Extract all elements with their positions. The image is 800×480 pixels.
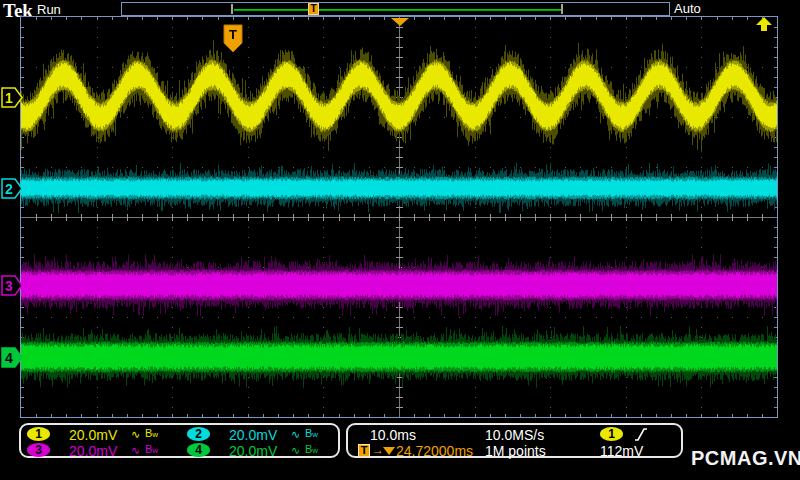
channel1-scale: 20.0mV	[69, 427, 117, 443]
watermark: PCMAG.VN	[691, 447, 800, 470]
channel1-position-marker[interactable]: 1	[1, 87, 23, 108]
trigger-level-offscreen-arrow-icon[interactable]	[755, 17, 773, 32]
bandwidth-limit-icon: Bw	[305, 427, 318, 439]
trigger-source-badge[interactable]: 1	[600, 427, 623, 441]
timebase-readout[interactable]: 10.0ms	[370, 427, 416, 443]
bandwidth-limit-icon: Bw	[145, 427, 158, 439]
channel2-badge[interactable]: 2	[187, 427, 210, 441]
record-length-readout: 1M points	[485, 443, 546, 459]
channel3-scale: 20.0mV	[69, 443, 117, 459]
channel-readout-box: 1 20.0mV ∿ Bw 2 20.0mV ∿ Bw 3 20.0mV ∿ B…	[19, 423, 340, 458]
trigger-mode-label: Auto	[674, 1, 701, 16]
waveform-canvas	[21, 17, 777, 417]
channel2-scale: 20.0mV	[229, 427, 277, 443]
trigger-delay-readout[interactable]: 24.72000ms	[396, 443, 473, 459]
channel2-readout[interactable]: 2 20.0mV ∿ Bw	[187, 427, 210, 443]
trigger-position-flag-icon[interactable]: T	[223, 24, 243, 53]
trigger-level-readout[interactable]: 112mV	[600, 443, 643, 459]
horizontal-trigger-readout-box: 10.0ms 10.0MS/s 1 T → 24.72000ms 1M poin…	[346, 423, 683, 458]
svg-text:4: 4	[5, 350, 13, 366]
svg-text:2: 2	[5, 181, 13, 197]
expansion-point-icon[interactable]	[391, 18, 409, 26]
channel2-position-marker[interactable]: 2	[1, 178, 23, 199]
trigger-delay-icon: T	[358, 444, 370, 457]
channel1-readout[interactable]: 1 20.0mV ∿ Bw	[27, 427, 50, 443]
waveform-display[interactable]: 1234 T	[20, 16, 778, 418]
acquisition-status: Run	[37, 2, 61, 17]
sample-rate-readout: 10.0MS/s	[485, 427, 544, 443]
channel3-badge[interactable]: 3	[27, 443, 50, 457]
oscilloscope-screen: Tek Run T Auto 1234 T 1 20.0mV ∿ Bw 2 20…	[0, 0, 800, 480]
ac-coupling-icon: ∿	[131, 444, 140, 457]
channel3-readout[interactable]: 3 20.0mV ∿ Bw	[27, 443, 50, 459]
window-start-bracket[interactable]	[231, 4, 233, 14]
trigger-marker-icon[interactable]: T	[308, 3, 319, 15]
ac-coupling-icon: ∿	[291, 444, 300, 457]
triangle-down-icon	[383, 447, 395, 455]
record-line	[234, 9, 561, 11]
window-end-bracket[interactable]	[561, 4, 563, 14]
bandwidth-limit-icon: Bw	[145, 443, 158, 455]
svg-text:T: T	[229, 27, 237, 42]
svg-text:3: 3	[5, 278, 13, 294]
channel4-badge[interactable]: 4	[187, 443, 210, 457]
channel4-readout[interactable]: 4 20.0mV ∿ Bw	[187, 443, 210, 459]
ac-coupling-icon: ∿	[131, 428, 140, 441]
acquisition-preview-bar[interactable]: T	[121, 2, 670, 16]
svg-text:1: 1	[5, 90, 13, 106]
rising-edge-slope-icon	[634, 427, 648, 442]
ac-coupling-icon: ∿	[291, 428, 300, 441]
bandwidth-limit-icon: Bw	[305, 443, 318, 455]
channel1-badge[interactable]: 1	[27, 427, 50, 441]
channel4-scale: 20.0mV	[229, 443, 277, 459]
channel4-position-marker[interactable]: 4	[1, 347, 23, 368]
channel3-position-marker[interactable]: 3	[1, 275, 23, 296]
